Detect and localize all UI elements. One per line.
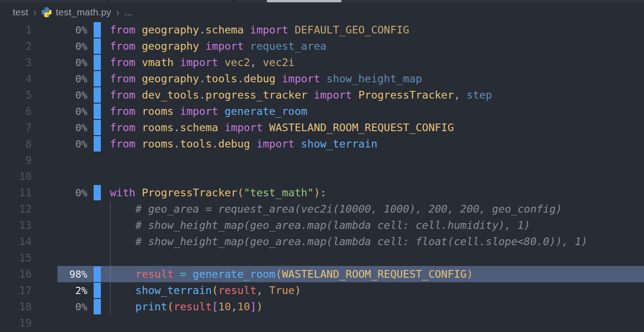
code-line[interactable]: 9 — [0, 152, 644, 168]
code-token: show_terrain — [301, 138, 378, 150]
code-text[interactable]: from geography.schema import DEFAULT_GEO… — [110, 22, 644, 38]
code-text[interactable]: from vmath import vec2, vec2i — [110, 54, 644, 71]
code-line[interactable]: 180% print(result[10,10]) — [0, 299, 644, 315]
gutter-indicator-slot — [87, 315, 110, 331]
code-line[interactable]: 172% show_terrain(result, True) — [0, 282, 644, 299]
breadcrumb-folder[interactable]: test — [13, 7, 28, 18]
code-token: ( — [212, 284, 218, 297]
code-text[interactable]: with ProgressTracker("test_math"): — [110, 185, 644, 201]
code-text[interactable]: from rooms.tools.debug import show_terra… — [110, 136, 644, 152]
gutter-indicator-slot — [87, 217, 110, 233]
code-lines: 10%from geography.schema import DEFAULT_… — [0, 22, 644, 331]
line-number[interactable]: 6 — [0, 105, 32, 117]
code-line[interactable]: 1698% result = generate_room(WASTELAND_R… — [0, 266, 644, 282]
code-token: geography — [142, 24, 199, 36]
code-line[interactable]: 70%from rooms.schema import WASTELAND_RO… — [0, 119, 644, 136]
code-token: ) — [256, 300, 263, 313]
code-token: from — [110, 56, 142, 69]
code-token: # show_height_map(geo_area.map(lambda ce… — [135, 235, 587, 248]
code-line[interactable]: 10%from geography.schema import DEFAULT_… — [0, 22, 644, 38]
code-token: ( — [167, 300, 174, 313]
line-number[interactable]: 5 — [0, 89, 32, 101]
line-number[interactable]: 11 — [0, 187, 32, 199]
horizontal-scrollbar-thumb[interactable] — [267, 0, 341, 2]
code-token: from — [110, 105, 142, 118]
line-number[interactable]: 16 — [0, 268, 32, 280]
code-text[interactable]: # show_height_map(geo_area.map(lambda ce… — [110, 217, 644, 233]
line-number[interactable]: 8 — [0, 138, 32, 150]
line-number[interactable]: 7 — [0, 122, 32, 133]
code-token: [ — [212, 300, 218, 313]
code-token: show_height_map — [327, 72, 422, 85]
code-token: = — [174, 268, 193, 280]
gutter-indicator-slot — [87, 22, 110, 38]
line-number[interactable]: 17 — [0, 285, 32, 296]
code-token: generate_room — [225, 105, 308, 118]
code-token: , — [250, 56, 263, 69]
gutter-indicator-slot — [87, 233, 110, 250]
coverage-gutter-bar — [94, 120, 101, 135]
code-text[interactable]: print(result[10,10]) — [110, 299, 644, 315]
code-text[interactable]: from rooms.schema import WASTELAND_ROOM_… — [110, 119, 644, 136]
line-number[interactable]: 3 — [0, 57, 32, 68]
code-token: # show_height_map(geo_area.map(lambda ce… — [135, 219, 530, 232]
code-line[interactable]: 10 — [0, 168, 644, 185]
code-token: . — [199, 72, 205, 85]
code-text[interactable]: from dev_tools.progress_tracker import P… — [110, 87, 644, 103]
code-text[interactable]: show_terrain(result, True) — [110, 282, 644, 299]
line-number[interactable]: 19 — [0, 317, 32, 329]
line-number[interactable]: 1 — [0, 24, 32, 36]
code-line[interactable]: 13 # show_height_map(geo_area.map(lambda… — [0, 217, 644, 233]
code-line[interactable]: 12 # geo_area = request_area(vec2i(10000… — [0, 201, 644, 217]
code-token: 10 — [237, 300, 250, 313]
code-token: request_area — [250, 40, 327, 52]
code-token: . — [174, 121, 180, 134]
code-line[interactable]: 14 # show_height_map(geo_area.map(lambda… — [0, 233, 644, 250]
line-number[interactable]: 2 — [0, 40, 32, 52]
coverage-gutter-bar — [94, 104, 101, 119]
code-token: tools — [205, 72, 237, 85]
breadcrumb-file[interactable]: test_math.py — [56, 7, 111, 18]
code-line[interactable]: 15 — [0, 250, 644, 266]
code-token: result — [135, 268, 174, 280]
code-line[interactable]: 80%from rooms.tools.debug import show_te… — [0, 136, 644, 152]
code-token: ( — [275, 268, 282, 280]
line-number[interactable]: 14 — [0, 236, 32, 247]
code-line[interactable]: 110%with ProgressTracker("test_math"): — [0, 185, 644, 201]
indent-guide — [110, 250, 111, 266]
coverage-percent: 0% — [32, 122, 87, 133]
code-line[interactable]: 40%from geography.tools.debug import sho… — [0, 71, 644, 87]
coverage-percent: 2% — [32, 285, 87, 296]
line-number[interactable]: 10 — [0, 171, 32, 182]
code-token: ) — [467, 268, 473, 280]
code-text[interactable]: from geography import request_area — [110, 38, 644, 54]
code-text[interactable]: from rooms import generate_room — [110, 103, 644, 119]
code-text[interactable]: result = generate_room(WASTELAND_ROOM_RE… — [110, 266, 644, 282]
code-line[interactable]: 19 — [0, 315, 644, 331]
code-token: 10 — [218, 300, 231, 313]
code-token: import — [205, 40, 250, 52]
code-token: , — [231, 300, 237, 313]
code-token — [110, 284, 135, 297]
code-token: debug — [244, 72, 282, 85]
code-token: from — [110, 89, 142, 101]
gutter-indicator-slot — [87, 136, 110, 152]
code-line[interactable]: 60%from rooms import generate_room — [0, 103, 644, 119]
code-token: . — [174, 138, 180, 150]
code-token: import — [256, 138, 301, 150]
code-line[interactable]: 20%from geography import request_area — [0, 38, 644, 54]
code-text[interactable]: from geography.tools.debug import show_h… — [110, 71, 644, 87]
line-number[interactable]: 13 — [0, 219, 32, 231]
line-number[interactable]: 4 — [0, 73, 32, 85]
line-number[interactable]: 9 — [0, 154, 32, 166]
code-text[interactable]: # geo_area = request_area(vec2i(10000, 1… — [110, 201, 644, 217]
code-text[interactable]: # show_height_map(geo_area.map(lambda ce… — [110, 233, 644, 250]
breadcrumb-symbol[interactable]: ... — [124, 7, 133, 18]
code-token: import — [282, 72, 327, 85]
line-number[interactable]: 12 — [0, 203, 32, 215]
code-line[interactable]: 30%from vmath import vec2, vec2i — [0, 54, 644, 71]
line-number[interactable]: 18 — [0, 301, 32, 313]
line-number[interactable]: 15 — [0, 252, 32, 264]
code-token: result — [174, 300, 212, 313]
code-line[interactable]: 50%from dev_tools.progress_tracker impor… — [0, 87, 644, 103]
